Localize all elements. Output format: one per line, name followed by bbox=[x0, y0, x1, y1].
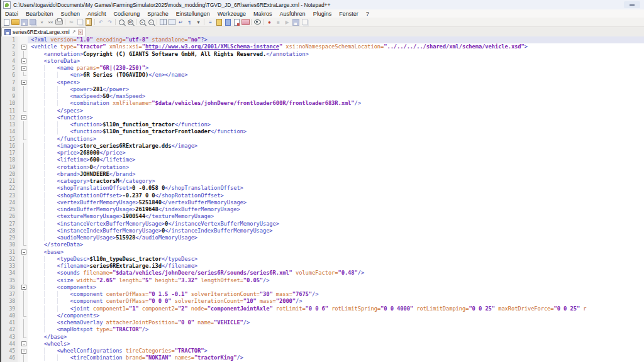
menu-bearbeiten[interactable]: Bearbeiten bbox=[22, 11, 57, 17]
menu-makros[interactable]: Makros bbox=[250, 11, 276, 17]
fold-box-icon[interactable] bbox=[20, 79, 28, 86]
code-text[interactable]: <component centerOfMass="0 1.5 -0.1" sol… bbox=[28, 291, 644, 298]
show-all-characters-button[interactable]: ¶ bbox=[185, 18, 194, 26]
fold-box-icon[interactable] bbox=[20, 43, 28, 50]
code-text[interactable]: <function>$l10n_function_tractorFrontloa… bbox=[28, 128, 644, 135]
code-text[interactable]: <annotation>Copyright (C) GIANTS Softwar… bbox=[28, 51, 644, 58]
code-text[interactable]: <textureMemoryUsage>1900544</textureMemo… bbox=[28, 213, 644, 220]
code-text[interactable]: <wheelConfigurations tireCategories="TRA… bbox=[28, 348, 644, 354]
code-text[interactable]: </components> bbox=[28, 312, 644, 319]
sync-horizontal-scroll-button[interactable] bbox=[167, 18, 176, 26]
word-wrap-button[interactable]: ↵ bbox=[176, 18, 185, 26]
code-text[interactable]: <combination xmlFilename="$data/vehicles… bbox=[28, 100, 644, 107]
code-text[interactable]: <sounds filename="$data/vehicles/johnDee… bbox=[28, 270, 644, 277]
fold-box-icon[interactable] bbox=[20, 58, 28, 65]
fold-box-icon[interactable] bbox=[20, 348, 28, 354]
close-all-button[interactable]: ×× bbox=[46, 18, 55, 26]
code-text[interactable]: </specs> bbox=[28, 107, 644, 114]
print-button[interactable] bbox=[55, 18, 64, 26]
document-list-button[interactable] bbox=[232, 18, 241, 26]
code-text[interactable]: </storeData> bbox=[28, 241, 644, 248]
stop-macro-button[interactable]: ■ bbox=[274, 18, 282, 26]
code-text[interactable]: <functions> bbox=[28, 114, 644, 121]
record-macro-button[interactable]: ● bbox=[265, 18, 274, 26]
code-text[interactable]: <?xml version="1.0" encoding="utf-8" sta… bbox=[28, 36, 644, 43]
fold-box-icon[interactable] bbox=[20, 341, 28, 348]
code-text[interactable]: <joint component1="1" component2="2" nod… bbox=[28, 305, 644, 312]
sync-vertical-scroll-button[interactable] bbox=[158, 18, 167, 26]
function-list-button[interactable] bbox=[214, 18, 223, 26]
code-text[interactable]: <wheels> bbox=[28, 341, 644, 348]
zoom-in-button[interactable] bbox=[138, 18, 147, 26]
code-text[interactable]: <schemaOverlay attacherJointPosition="0 … bbox=[28, 319, 644, 326]
open-folder-button[interactable] bbox=[11, 18, 19, 26]
play-macro-button[interactable]: ▶ bbox=[282, 18, 291, 26]
code-text[interactable]: <maxSpeed>50</maxSpeed> bbox=[28, 93, 644, 100]
save-button[interactable] bbox=[19, 18, 28, 26]
menu-plugins[interactable]: Plugins bbox=[309, 11, 336, 17]
cut-button[interactable]: ✂ bbox=[67, 18, 75, 26]
code-text[interactable]: <brand>JOHNDEERE</brand> bbox=[28, 171, 644, 178]
save-macro-button[interactable] bbox=[291, 18, 300, 26]
code-text[interactable]: <size width="2.65" length="5" height="3.… bbox=[28, 277, 644, 284]
code-text[interactable]: <typeDesc>$l10n_typeDesc_tractor</typeDe… bbox=[28, 256, 644, 263]
code-text[interactable]: <storeData> bbox=[28, 58, 644, 65]
tab-close-icon[interactable]: × bbox=[78, 30, 83, 35]
menu-help[interactable]: ? bbox=[362, 11, 373, 17]
menu-sprache[interactable]: Sprache bbox=[143, 11, 172, 17]
code-text[interactable]: </functions> bbox=[28, 136, 644, 143]
code-text[interactable]: <shopTranslationOffset>0 -0.058 0</shopT… bbox=[28, 185, 644, 192]
code-text[interactable]: <components> bbox=[28, 284, 644, 291]
menu-ausfhren[interactable]: Ausführen bbox=[276, 11, 309, 17]
menu-einstellungen[interactable]: Einstellungen bbox=[172, 11, 214, 17]
code-text[interactable]: <rotation>0</rotation> bbox=[28, 164, 644, 171]
zoom-out-button[interactable] bbox=[147, 18, 155, 26]
undo-button[interactable]: ↶ bbox=[96, 18, 105, 26]
save-all-button[interactable] bbox=[28, 18, 37, 26]
code-text[interactable]: <instanceVertexBufferMemoryUsage>0</inst… bbox=[28, 221, 644, 228]
fold-box-icon[interactable] bbox=[20, 65, 28, 72]
code-text[interactable]: <vertexBufferMemoryUsage>5251840</vertex… bbox=[28, 199, 644, 206]
view-monitor-button[interactable] bbox=[253, 18, 262, 26]
code-text[interactable]: <lifetime>600</lifetime> bbox=[28, 156, 644, 163]
code-text[interactable]: </base> bbox=[28, 334, 644, 341]
fold-box-icon[interactable] bbox=[20, 249, 28, 256]
style-dropdown-button[interactable]: ▾ bbox=[194, 18, 203, 26]
run-macro-multiple-button[interactable] bbox=[300, 18, 309, 26]
replace-button[interactable] bbox=[126, 18, 135, 26]
pin-icon[interactable] bbox=[72, 30, 76, 35]
code-text[interactable]: <en>6R Series (TOGAVIDO)</en></name> bbox=[28, 72, 644, 79]
tab-series6rextralarge[interactable]: series6RExtraLarge.xml × bbox=[1, 27, 86, 37]
code-text[interactable]: <category>tractorsM</category> bbox=[28, 178, 644, 185]
code-text[interactable]: <base> bbox=[28, 249, 644, 256]
editor[interactable]: 1<?xml version="1.0" encoding="utf-8" st… bbox=[0, 36, 644, 362]
copy-button[interactable] bbox=[75, 18, 84, 26]
code-text[interactable]: <image>store_series6RExtraLarge.dds</ima… bbox=[28, 143, 644, 150]
folder-as-workspace-button[interactable] bbox=[241, 18, 250, 26]
menu-datei[interactable]: Datei bbox=[1, 11, 22, 17]
menu-codierung[interactable]: Codierung bbox=[110, 11, 144, 17]
code-text[interactable]: <specs> bbox=[28, 79, 644, 86]
indent-guide-button[interactable]: ≡ bbox=[206, 18, 214, 26]
menu-suchen[interactable]: Suchen bbox=[57, 11, 84, 17]
code-text[interactable]: <vehicle type="tractor" xmlns:xsi="http:… bbox=[28, 43, 644, 50]
close-file-button[interactable]: × bbox=[37, 18, 46, 26]
code-text[interactable]: <power>281</power> bbox=[28, 86, 644, 93]
new-file-button[interactable] bbox=[2, 18, 11, 26]
code-text[interactable]: <function>$l10n_function_tractor</functi… bbox=[28, 121, 644, 128]
menu-fenster[interactable]: Fenster bbox=[335, 11, 362, 17]
find-button[interactable] bbox=[117, 18, 126, 26]
code-text[interactable]: <component centerOfMass="0 0 0" solverIt… bbox=[28, 298, 644, 305]
code-text[interactable]: <price>268000</price> bbox=[28, 150, 644, 156]
document-map-button[interactable] bbox=[223, 18, 232, 26]
redo-button[interactable]: ↷ bbox=[105, 18, 114, 26]
menu-ansicht[interactable]: Ansicht bbox=[84, 11, 110, 17]
code-text[interactable]: <tireCombination brand="NOKIAN" names="t… bbox=[28, 354, 644, 361]
code-text[interactable]: <filename>series6RExtraLarge.i3d</filena… bbox=[28, 263, 644, 270]
code-text[interactable]: <name params="6R|(230-250)"> bbox=[28, 65, 644, 72]
code-text[interactable]: <instanceIndexBufferMemoryUsage>0</insta… bbox=[28, 228, 644, 234]
menu-werkzeuge[interactable]: Werkzeuge bbox=[214, 11, 250, 17]
code-text[interactable]: <mapHotspot type="TRACTOR"/> bbox=[28, 326, 644, 333]
fold-box-icon[interactable] bbox=[20, 114, 28, 121]
fold-box-icon[interactable] bbox=[20, 284, 28, 291]
